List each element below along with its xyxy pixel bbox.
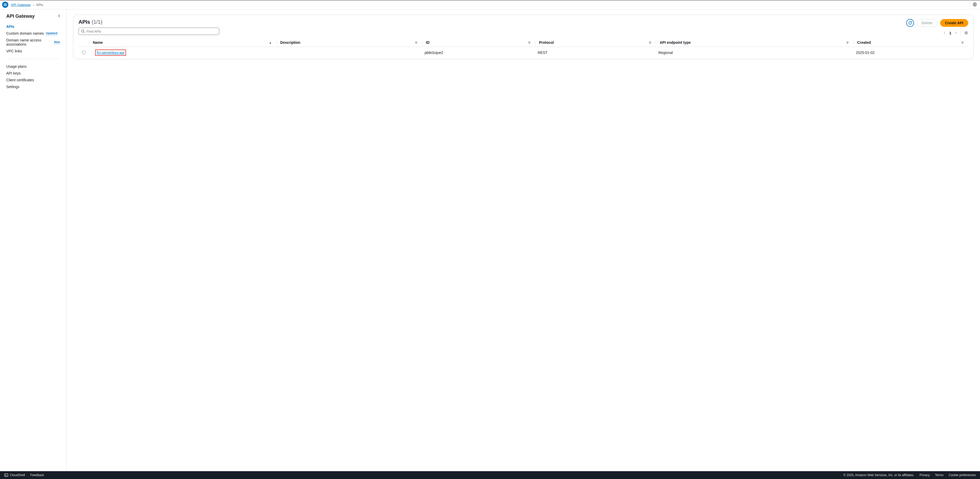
sidebar-item-domain-name-access[interactable]: Domain name access associations New [0,37,66,48]
sidebar-item-apis[interactable]: APIs [0,23,66,30]
sidebar-item-usage-plans[interactable]: Usage plans [0,63,66,70]
menu-button[interactable] [2,2,8,8]
panel-count: (1/1) [92,19,102,25]
chevron-right-icon [955,31,958,34]
refresh-button[interactable] [906,19,914,27]
prev-page-button[interactable] [943,31,946,35]
col-label: Name [93,40,103,44]
breadcrumb-root-link[interactable]: API Gateway [11,3,31,7]
col-id[interactable]: ID ▽ [422,38,535,47]
col-label: ID [426,40,430,44]
sidebar-item-label: Client certificates [6,78,34,82]
svg-rect-4 [5,474,8,477]
hamburger-icon [3,3,7,6]
sidebar-item-custom-domain-names[interactable]: Custom domain names Updated [0,30,66,37]
panel-title: APIs (1/1) [78,19,102,25]
col-endpoint-type[interactable]: API endpoint type ▽ [656,38,853,47]
search-wrap [78,28,219,35]
svg-point-1 [974,4,975,5]
table-row: fcj-serverless-api pb8clzque2 REST Regio… [78,47,968,59]
col-description[interactable]: Description ▽ [277,38,422,47]
delete-button[interactable]: Delete [916,19,937,27]
row-endpoint-cell: Regional [656,47,853,59]
sort-icon: ▽ [649,41,651,44]
footer: CloudShell Feedback © 2025, Amazon Web S… [0,471,980,479]
search-input[interactable] [78,28,219,35]
row-description-cell [277,47,422,59]
badge-new: New [54,40,60,44]
refresh-icon [908,21,912,25]
sidebar-item-label: Domain name access associations [6,38,52,46]
sidebar-item-label: APIs [6,24,14,29]
search-icon [81,29,85,33]
chevron-left-icon [57,14,61,18]
badge-updated: Updated [46,32,57,35]
sort-asc-icon: ▲ [269,41,272,44]
feedback-link[interactable]: Feedback [30,473,44,477]
table-head: Name ▲ Description ▽ [78,38,968,47]
sort-icon: ▽ [846,41,849,44]
col-label: Protocol [539,40,554,44]
terms-link[interactable]: Terms [935,473,943,477]
sidebar-nav-group-1: APIs Custom domain names Updated Domain … [0,22,66,56]
help-icon[interactable] [973,2,977,7]
toolbar-row [78,28,902,35]
sidebar: API Gateway APIs Custom domain names Upd… [0,10,67,471]
sidebar-item-label: Custom domain names [6,31,44,35]
breadcrumb: API Gateway › APIs [11,3,43,7]
table-head-row: Name ▲ Description ▽ [78,38,968,47]
row-highlight: fcj-serverless-api [95,49,126,56]
panel-header-right: Delete Create API 1 [906,19,968,36]
cloudshell-icon [4,473,8,477]
col-label: API endpoint type [660,40,691,44]
col-name[interactable]: Name ▲ [89,38,277,47]
row-radio[interactable] [82,51,86,54]
cloudshell-button[interactable]: CloudShell [4,473,25,477]
cloudshell-label: CloudShell [10,473,25,477]
col-protocol[interactable]: Protocol ▽ [535,38,656,47]
apis-table: Name ▲ Description ▽ [78,38,968,59]
row-select-cell [78,47,89,59]
sidebar-title: API Gateway [6,14,35,19]
sort-icon: ▽ [415,41,417,44]
table-settings-button[interactable] [964,31,968,36]
sort-icon: ▽ [528,41,530,44]
page-number: 1 [949,31,951,35]
sidebar-item-vpc-links[interactable]: VPC links [0,48,66,54]
row-protocol-cell: REST [535,47,656,59]
layout: API Gateway APIs Custom domain names Upd… [0,10,980,471]
cookie-preferences-link[interactable]: Cookie preferences [949,473,976,477]
sidebar-item-client-certificates[interactable]: Client certificates [0,77,66,83]
privacy-link[interactable]: Privacy [920,473,930,477]
panel-header-left: APIs (1/1) [78,19,902,35]
create-api-button[interactable]: Create API [940,19,968,27]
col-label: Description [280,40,301,44]
pagination: 1 [906,30,968,36]
chevron-right-icon: › [33,3,34,7]
sidebar-item-api-keys[interactable]: API keys [0,70,66,77]
chevron-left-icon [943,31,946,34]
top-bar-left: API Gateway › APIs [2,2,43,8]
sidebar-item-label: VPC links [6,49,22,53]
sidebar-header: API Gateway [0,14,66,22]
divider [961,30,961,36]
next-page-button[interactable] [955,31,958,35]
panel-actions: Delete Create API [906,19,968,27]
copyright-text: © 2025, Amazon Web Services, Inc. or its… [843,473,914,477]
col-created[interactable]: Created ▽ [853,38,968,47]
panel-title-text: APIs [78,19,90,25]
divider [970,2,970,7]
footer-right: © 2025, Amazon Web Services, Inc. or its… [843,473,976,477]
table-wrap: Name ▲ Description ▽ [78,38,968,59]
sidebar-nav-group-2: Usage plans API keys Client certificates… [0,62,66,91]
footer-left: CloudShell Feedback [4,473,44,477]
table-body: fcj-serverless-api pb8clzque2 REST Regio… [78,47,968,59]
api-name-link[interactable]: fcj-serverless-api [97,51,124,55]
sidebar-item-label: Settings [6,85,19,89]
apis-panel: APIs (1/1) Delete [73,14,974,59]
col-label: Created [857,40,871,44]
sidebar-item-settings[interactable]: Settings [0,83,66,90]
collapse-sidebar-button[interactable] [57,14,61,19]
top-bar: API Gateway › APIs [0,0,980,10]
sidebar-divider [6,59,60,59]
